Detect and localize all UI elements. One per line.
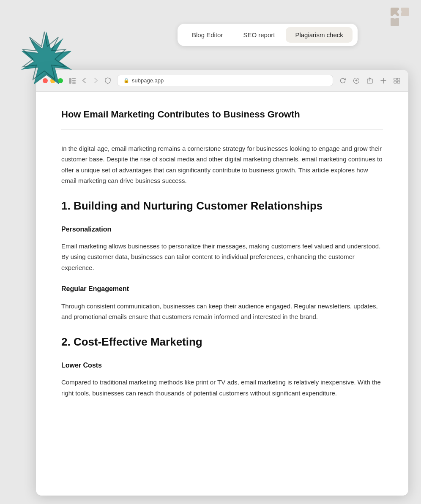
subsection-lower-costs: Lower Costs Compared to traditional mark… <box>61 360 383 398</box>
browser-action-buttons <box>338 76 402 85</box>
article-title: How Email Marketing Contributes to Busin… <box>61 109 383 130</box>
svg-point-7 <box>393 14 397 19</box>
personalization-text: Email marketing allows businesses to per… <box>61 241 383 273</box>
browser-chrome: 🔒 subpage.app <box>36 70 408 92</box>
tabs-icon[interactable] <box>392 76 402 85</box>
lower-costs-heading: Lower Costs <box>61 360 383 371</box>
tab-blog-editor[interactable]: Blog Editor <box>183 27 232 43</box>
subsection-regular-engagement: Regular Engagement Through consistent co… <box>61 283 383 322</box>
lower-costs-text: Compared to traditional marketing method… <box>61 377 383 398</box>
logo-star <box>8 25 85 101</box>
puzzle-piece-decoration <box>387 4 413 30</box>
reload-icon[interactable] <box>338 76 347 85</box>
article-intro: In the digital age, email marketing rema… <box>61 143 383 186</box>
tab-seo-report[interactable]: SEO report <box>234 27 284 43</box>
lock-icon: 🔒 <box>123 78 129 83</box>
tab-plagiarism-check[interactable]: Plagiarism check <box>286 27 352 43</box>
tab-bar: Blog Editor SEO report Plagiarism check <box>178 24 358 46</box>
section-1: 1. Building and Nurturing Customer Relat… <box>61 196 383 322</box>
svg-point-6 <box>397 10 402 14</box>
personalization-heading: Personalization <box>61 223 383 235</box>
subsection-personalization: Personalization Email marketing allows b… <box>61 223 383 273</box>
svg-rect-15 <box>394 81 396 83</box>
share-icon[interactable] <box>365 76 375 85</box>
forward-icon[interactable] <box>92 76 100 85</box>
svg-rect-13 <box>394 78 396 80</box>
shield-icon <box>104 76 112 85</box>
section-1-heading: 1. Building and Nurturing Customer Relat… <box>61 196 383 215</box>
address-bar[interactable]: 🔒 subpage.app <box>117 75 333 86</box>
svg-rect-14 <box>397 78 400 80</box>
download-icon[interactable] <box>352 76 361 85</box>
svg-rect-5 <box>391 18 399 26</box>
browser-window: 🔒 subpage.app <box>36 70 408 496</box>
section-2: 2. Cost-Effective Marketing Lower Costs … <box>61 332 383 398</box>
add-tab-icon[interactable] <box>379 76 388 85</box>
article-body: In the digital age, email marketing rema… <box>61 143 383 398</box>
regular-engagement-heading: Regular Engagement <box>61 283 383 294</box>
svg-rect-16 <box>397 81 400 83</box>
section-2-heading: 2. Cost-Effective Marketing <box>61 332 383 351</box>
svg-rect-4 <box>401 8 409 16</box>
url-text: subpage.app <box>132 77 164 84</box>
page-content: How Email Marketing Contributes to Busin… <box>36 92 408 496</box>
regular-engagement-text: Through consistent communication, busine… <box>61 301 383 322</box>
